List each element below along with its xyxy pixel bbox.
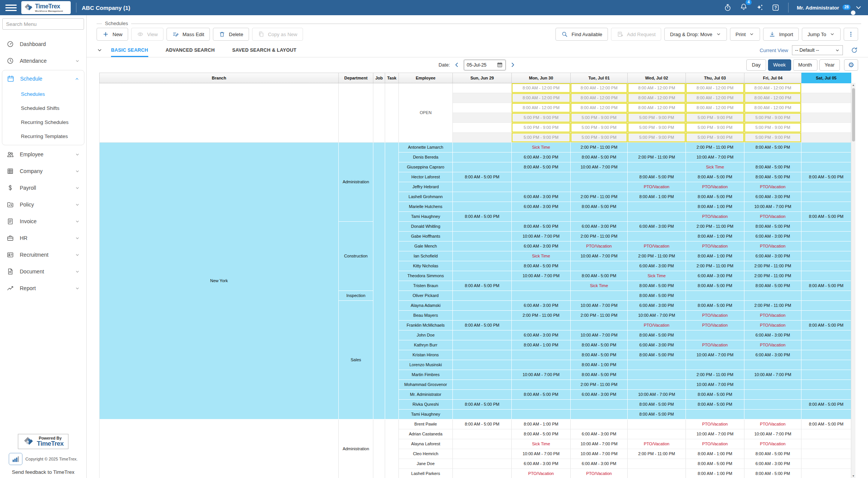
schedule-cell[interactable]: 8:00 AM - 5:00 PM (628, 281, 686, 291)
schedule-cell[interactable]: 8:00 AM - 12:00 PM (686, 83, 744, 93)
refresh-icon[interactable] (851, 46, 858, 54)
schedule-cell[interactable]: 8:00 AM - 5:00 PM (571, 350, 628, 360)
schedule-cell[interactable]: 8:00 AM - 5:00 PM (801, 399, 851, 409)
schedule-cell[interactable]: 5:00 PM - 9:00 PM (686, 132, 744, 142)
schedule-cell[interactable] (453, 251, 512, 261)
schedule-cell[interactable]: PTO/Vacation (686, 310, 744, 320)
schedule-cell[interactable] (744, 389, 801, 399)
schedule-cell[interactable] (512, 172, 571, 182)
schedule-cell[interactable]: 5:00 PM - 9:00 PM (512, 122, 571, 132)
schedule-cell[interactable]: 6:00 AM - 3:00 PM (512, 241, 571, 251)
sidebar-item-policy[interactable]: Policy (2, 196, 84, 213)
schedule-cell[interactable] (801, 221, 851, 231)
schedule-cell[interactable]: 8:00 AM - 12:00 PM (512, 93, 571, 103)
sidebar-item-recurring-schedules[interactable]: Recurring Schedules (2, 115, 84, 129)
schedule-cell[interactable]: 8:00 AM - 1:00 PM (571, 360, 628, 370)
column-header-mon-jun-30[interactable]: Mon, Jun 30 (512, 73, 571, 83)
schedule-cell[interactable]: 5:00 PM - 9:00 PM (686, 122, 744, 132)
schedule-cell[interactable] (571, 399, 628, 409)
schedule-cell[interactable]: 2:00 PM - 11:00 PM (628, 251, 686, 261)
schedule-cell[interactable] (453, 113, 512, 122)
schedule-cell[interactable]: Sick Time (512, 251, 571, 261)
schedule-cell[interactable] (628, 429, 686, 439)
find-available-button[interactable]: Find Available (555, 28, 608, 41)
schedule-cell[interactable]: 6:00 AM - 3:00 PM (512, 330, 571, 340)
schedule-cell[interactable]: PTO/Vacation (686, 340, 744, 350)
schedule-cell[interactable]: PTO/Vacation (686, 211, 744, 221)
schedule-cell[interactable] (801, 449, 851, 459)
user-name[interactable]: Mr. Administrator (797, 5, 839, 11)
schedule-cell[interactable]: PTO/Vacation (628, 320, 686, 330)
schedule-cell[interactable] (453, 389, 512, 399)
stats-icon[interactable] (9, 453, 22, 465)
schedule-cell[interactable] (686, 409, 744, 419)
schedule-cell[interactable]: 10:00 AM - 7:00 PM (628, 389, 686, 399)
schedule-cell[interactable]: 5:00 PM - 9:00 PM (744, 132, 801, 142)
feedback-link[interactable]: Send feedback to TimeTrex (0, 469, 86, 475)
import-button[interactable]: Import (763, 28, 799, 41)
schedule-cell[interactable]: 8:00 AM - 12:00 PM (571, 93, 628, 103)
schedule-cell[interactable] (453, 380, 512, 389)
calendar-picker-icon[interactable] (497, 62, 503, 68)
schedule-cell[interactable]: 5:00 PM - 9:00 PM (744, 122, 801, 132)
schedule-cell[interactable]: PTO/Vacation (744, 310, 801, 320)
next-date-chevron-icon[interactable] (509, 62, 516, 68)
schedule-cell[interactable]: 8:00 AM - 5:00 PM (628, 172, 686, 182)
schedule-cell[interactable] (453, 449, 512, 459)
schedule-cell[interactable] (801, 291, 851, 300)
schedule-cell[interactable]: 6:00 AM - 3:00 PM (512, 192, 571, 202)
schedule-cell[interactable] (453, 370, 512, 380)
schedule-cell[interactable]: 8:00 AM - 5:00 PM (453, 419, 512, 429)
schedule-cell[interactable] (512, 211, 571, 221)
schedule-cell[interactable]: 8:00 AM - 12:00 PM (628, 93, 686, 103)
schedule-cell[interactable]: 8:00 AM - 12:00 PM (686, 103, 744, 113)
schedule-cell[interactable] (744, 409, 801, 419)
schedule-cell[interactable] (453, 93, 512, 103)
sidebar-item-report[interactable]: Report (2, 280, 84, 297)
schedule-cell[interactable]: 5:00 PM - 9:00 PM (744, 113, 801, 122)
schedule-cell[interactable]: 8:00 AM - 5:00 PM (744, 162, 801, 172)
schedule-cell[interactable]: 8:00 AM - 12:00 PM (512, 83, 571, 93)
schedule-cell[interactable] (801, 429, 851, 439)
more-options-button[interactable] (844, 28, 858, 41)
sidebar-item-invoice[interactable]: Invoice (2, 213, 84, 230)
schedule-cell[interactable] (453, 103, 512, 113)
jump-to-button[interactable]: Jump To (802, 28, 841, 41)
schedule-cell[interactable]: 2:00 PM - 11:00 PM (744, 271, 801, 281)
punch-timer-icon[interactable] (724, 3, 732, 12)
schedule-cell[interactable] (801, 350, 851, 360)
schedule-cell[interactable]: 10:00 AM - 7:00 PM (571, 330, 628, 340)
schedule-cell[interactable]: 6:00 AM - 3:00 PM (628, 261, 686, 271)
schedule-cell[interactable]: 8:00 AM - 5:00 PM (686, 399, 744, 409)
schedule-cell[interactable]: 6:00 AM - 3:00 PM (628, 221, 686, 231)
schedule-cell[interactable]: PTO/Vacation (571, 241, 628, 251)
sidebar-item-schedule[interactable]: Schedule (2, 70, 84, 87)
schedule-cell[interactable] (571, 320, 628, 330)
schedule-cell[interactable] (801, 340, 851, 350)
schedule-cell[interactable]: 6:00 AM - 3:00 PM (512, 152, 571, 162)
column-header-tue-jul-01[interactable]: Tue, Jul 01 (571, 73, 628, 83)
schedule-cell[interactable] (628, 162, 686, 172)
schedule-cell[interactable]: 2:00 PM - 11:00 PM (512, 310, 571, 320)
drag-drop-move-button[interactable]: Drag & Drop: Move (664, 28, 727, 41)
schedule-cell[interactable] (512, 281, 571, 291)
schedule-cell[interactable]: 6:00 AM - 3:00 PM (686, 271, 744, 281)
sidebar-item-attendance[interactable]: Attendance (2, 52, 84, 69)
schedule-cell[interactable]: 6:00 AM - 3:00 PM (744, 231, 801, 241)
schedule-cell[interactable] (453, 439, 512, 449)
schedule-cell[interactable] (453, 271, 512, 281)
schedule-cell[interactable]: 6:00 AM - 3:00 PM (744, 192, 801, 202)
schedule-cell[interactable]: 8:00 AM - 12:00 PM (744, 83, 801, 93)
schedule-cell[interactable]: 8:00 AM - 1:00 PM (686, 231, 744, 241)
column-header-sun-jun-29[interactable]: Sun, Jun 29 (453, 73, 512, 83)
schedule-cell[interactable] (744, 380, 801, 389)
schedule-cell[interactable]: 8:00 AM - 12:00 PM (686, 93, 744, 103)
schedule-cell[interactable]: 8:00 AM - 1:00 PM (512, 340, 571, 350)
schedule-cell[interactable] (512, 409, 571, 419)
delete-button[interactable]: Delete (213, 28, 249, 41)
schedule-cell[interactable] (628, 468, 686, 478)
schedule-cell[interactable]: 10:00 AM - 7:00 PM (512, 231, 571, 241)
schedule-cell[interactable]: 6:00 AM - 3:00 PM (571, 459, 628, 468)
schedule-cell[interactable]: 5:00 PM - 9:00 PM (628, 122, 686, 132)
schedule-cell[interactable] (801, 389, 851, 399)
